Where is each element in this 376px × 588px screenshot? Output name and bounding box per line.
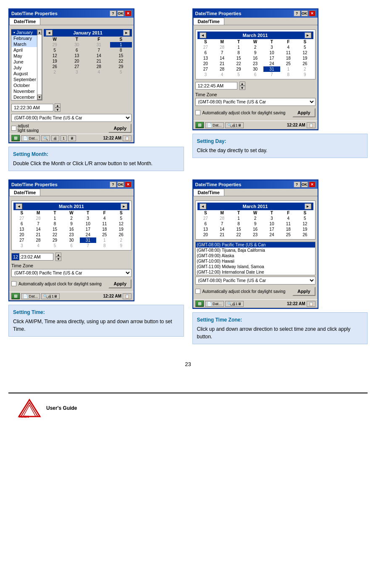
day-cell[interactable]: 19 bbox=[44, 58, 66, 64]
day-cell[interactable]: 2 bbox=[297, 66, 313, 72]
taskbar-icon4-1[interactable]: 🖥 bbox=[68, 135, 76, 141]
apply-button-1[interactable]: Apply bbox=[108, 124, 131, 133]
day-cell[interactable]: 4 bbox=[30, 243, 46, 248]
day-cell[interactable]: 27 bbox=[197, 216, 214, 221]
day-cell[interactable]: 20 bbox=[66, 58, 88, 64]
day-cell[interactable]: 20 bbox=[197, 61, 214, 66]
day-cell[interactable]: 6 bbox=[13, 221, 30, 227]
day-cell[interactable]: 5 bbox=[47, 243, 63, 248]
taskbar-dat-1[interactable]: 📄 Dat... bbox=[21, 135, 40, 141]
taskbar-icons-3[interactable]: 🔍🖨1🖥 bbox=[41, 293, 60, 299]
day-cell[interactable]: 20 bbox=[13, 232, 30, 237]
apply-button-2[interactable]: Apply bbox=[292, 108, 316, 117]
day-cell[interactable]: 15 bbox=[230, 227, 247, 232]
spin-up-1[interactable]: ▲ bbox=[55, 103, 60, 108]
day-cell[interactable]: 11 bbox=[96, 221, 113, 227]
day-cell[interactable]: 26 bbox=[44, 64, 66, 69]
close-button-3[interactable]: ✕ bbox=[125, 182, 131, 187]
spin-up-2[interactable]: ▲ bbox=[239, 82, 245, 86]
help-button-4[interactable]: ? bbox=[294, 182, 300, 187]
day-cell[interactable]: 28 bbox=[88, 64, 110, 69]
day-cell[interactable]: 30 bbox=[63, 237, 79, 243]
day-cell[interactable]: 4 bbox=[88, 69, 110, 75]
start-button-3[interactable]: ⊞ bbox=[11, 293, 20, 299]
cal-next-3[interactable]: ► bbox=[121, 203, 127, 209]
day-cell[interactable]: 3 bbox=[263, 216, 280, 221]
time-input-3[interactable]: 12 :23:02 AM bbox=[11, 253, 53, 261]
month-item-april[interactable]: April bbox=[11, 47, 37, 53]
tab-datetime-2[interactable]: Date/Time bbox=[193, 18, 224, 25]
ok-button-4[interactable]: OK bbox=[301, 182, 308, 187]
dst-checkbox-1[interactable] bbox=[11, 126, 16, 131]
spin-down-2[interactable]: ▼ bbox=[239, 86, 245, 90]
day-cell[interactable]: 1 bbox=[96, 237, 113, 243]
day-cell[interactable]: 21 bbox=[88, 58, 110, 64]
spin-up-3[interactable]: ▲ bbox=[55, 253, 61, 257]
timezone-select-1[interactable]: (GMT-08:00) Pacific Time (US & Car bbox=[11, 114, 131, 122]
ok-button-1[interactable]: OK bbox=[117, 11, 124, 16]
day-cell[interactable]: 22 bbox=[47, 232, 63, 237]
day-cell[interactable]: 28 bbox=[30, 237, 46, 243]
day-cell[interactable]: 6 bbox=[197, 50, 214, 55]
day-cell[interactable]: 5 bbox=[113, 216, 129, 221]
day-cell[interactable]: 9 bbox=[297, 72, 313, 77]
day-cell[interactable]: 21 bbox=[30, 232, 46, 237]
day-cell[interactable]: 23 bbox=[247, 61, 263, 66]
timezone-select-4[interactable]: (GMT-08:00) Pacific Time (US & Car bbox=[195, 277, 316, 285]
taskbar-icon5-1[interactable]: 📋 bbox=[123, 135, 131, 141]
taskbar-dat-2[interactable]: 📄 Dat... bbox=[205, 122, 224, 128]
tz-option-2[interactable]: (GMT-09:00) Alaska bbox=[196, 253, 315, 258]
cal-prev-2[interactable]: ◄ bbox=[200, 32, 206, 38]
apply-button-3[interactable]: Apply bbox=[108, 279, 131, 288]
day-cell[interactable]: 19 bbox=[297, 55, 313, 61]
day-cell[interactable]: 8 bbox=[280, 72, 297, 77]
month-item-december[interactable]: December bbox=[11, 94, 37, 100]
tz-option-3[interactable]: (GMT-10:00) Hawaii bbox=[196, 258, 315, 264]
day-cell[interactable]: 28 bbox=[214, 45, 230, 50]
ok-button-2[interactable]: OK bbox=[301, 11, 308, 16]
day-cell[interactable]: 17 bbox=[80, 227, 96, 232]
day-cell[interactable]: 4 bbox=[96, 216, 113, 221]
month-item-september[interactable]: September bbox=[11, 76, 37, 82]
ok-button-3[interactable]: OK bbox=[117, 182, 124, 187]
day-cell[interactable]: 13 bbox=[197, 227, 214, 232]
month-item-july[interactable]: July bbox=[11, 65, 37, 71]
day-cell[interactable]: 3 bbox=[80, 216, 96, 221]
day-cell[interactable]: 21 bbox=[214, 232, 230, 237]
close-button-1[interactable]: ✕ bbox=[125, 11, 131, 16]
day-cell[interactable]: 4 bbox=[280, 45, 297, 50]
day-cell[interactable]: 7 bbox=[214, 221, 230, 227]
time-input-2[interactable]: 12:22:45 AM bbox=[195, 82, 237, 90]
day-cell[interactable]: 29 bbox=[110, 64, 132, 69]
apply-button-4[interactable]: Apply bbox=[292, 287, 316, 296]
day-cell[interactable]: 4 bbox=[280, 216, 297, 221]
day-cell[interactable]: 26 bbox=[297, 61, 313, 66]
day-cell[interactable]: 14 bbox=[88, 53, 110, 58]
day-cell[interactable]: 24 bbox=[263, 61, 280, 66]
day-cell[interactable]: 27 bbox=[66, 64, 88, 69]
taskbar-icon2-1[interactable]: 🖨 bbox=[51, 135, 59, 141]
help-button-3[interactable]: ? bbox=[110, 182, 116, 187]
spin-down-1[interactable]: ▼ bbox=[55, 108, 60, 112]
day-cell[interactable]: 3 bbox=[263, 45, 280, 50]
day-cell[interactable]: 15 bbox=[230, 55, 247, 61]
day-cell[interactable]: 28 bbox=[214, 66, 230, 72]
day-cell[interactable]: 6 bbox=[66, 47, 88, 53]
day-cell[interactable]: 24 bbox=[263, 232, 280, 237]
day-cell[interactable]: 22 bbox=[110, 58, 132, 64]
day-cell[interactable]: 9 bbox=[113, 243, 129, 248]
day-cell[interactable]: 8 bbox=[110, 47, 132, 53]
taskbar-icon5-4[interactable]: 📋 bbox=[307, 301, 316, 307]
month-item-may[interactable]: May bbox=[11, 53, 37, 59]
day-cell[interactable]: 13 bbox=[13, 227, 30, 232]
day-cell[interactable]: 14 bbox=[214, 55, 230, 61]
day-cell[interactable]: 8 bbox=[96, 243, 113, 248]
day-cell[interactable]: 10 bbox=[263, 221, 280, 227]
close-button-4[interactable]: ✕ bbox=[309, 182, 316, 187]
day-cell[interactable]: 29 bbox=[230, 66, 247, 72]
cal-next-4[interactable]: ► bbox=[305, 203, 311, 209]
day-cell[interactable]: 2 bbox=[44, 69, 66, 75]
day-cell[interactable]: 1 bbox=[47, 216, 63, 221]
day-cell[interactable]: 9 bbox=[247, 221, 263, 227]
scroll-down-1[interactable]: ▼ bbox=[37, 95, 42, 100]
